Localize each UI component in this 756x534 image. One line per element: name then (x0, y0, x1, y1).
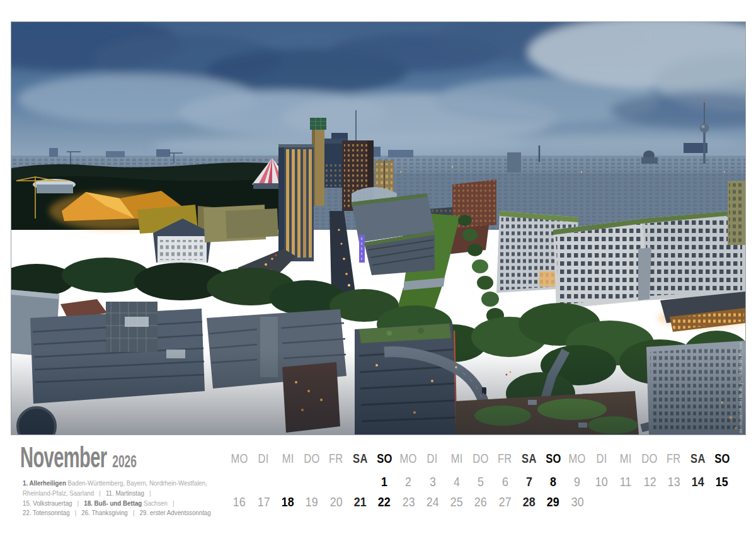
day-14: 14 (686, 466, 710, 489)
day-3: 3 (420, 466, 444, 489)
holiday-notes: 1. Allerheiligen Baden-Württemberg, Baye… (23, 478, 211, 518)
day-header-sa-1: SA (517, 450, 541, 466)
day-7: 7 (517, 466, 541, 489)
day-5: 5 (469, 466, 493, 489)
month-title: November (20, 440, 107, 474)
holiday-segment: | (70, 508, 82, 516)
day-6: 6 (493, 466, 517, 489)
empty-cell (686, 489, 710, 509)
day-11: 11 (614, 466, 638, 489)
holiday-segment: Baden-Württemberg, Bayern, Nordrhein-Wes… (68, 479, 207, 487)
day-header-mi-2: MI (614, 450, 638, 466)
day-header-so-2: SO (710, 450, 734, 466)
day-1: 1 (372, 466, 396, 489)
empty-cell (251, 466, 275, 489)
bottom-vignette (11, 349, 745, 435)
day-header-sa-2: SA (686, 450, 710, 466)
holiday-line: Rheinland-Pfalz, Saarland | 11. Martinst… (23, 488, 211, 498)
empty-cell (300, 466, 324, 489)
day-10: 10 (589, 466, 613, 489)
day-24: 24 (420, 489, 444, 509)
day-27: 27 (493, 489, 517, 509)
empty-cell (227, 466, 251, 489)
day-12: 12 (638, 466, 662, 489)
empty-cell (638, 489, 662, 509)
holiday-segment: 22. Totensonntag (23, 508, 70, 516)
day-header-di-1: DI (420, 450, 444, 466)
empty-cell (662, 489, 685, 509)
calendar-page: aeronauten-berlin.de | © Marcus Fehse No… (0, 0, 756, 534)
day-29: 29 (541, 489, 565, 509)
day-18: 18 (276, 489, 300, 509)
empty-cell (589, 489, 613, 509)
berlin-skyline-illustration (11, 22, 745, 435)
day-16: 16 (227, 489, 251, 509)
day-25: 25 (445, 489, 469, 509)
day-header-so-0: SO (372, 450, 396, 466)
day-header-sa-0: SA (348, 450, 372, 466)
holiday-segment: 26. Thanksgiving (81, 508, 127, 516)
day-4: 4 (445, 466, 469, 489)
day-header-do-2: DO (638, 450, 662, 466)
holiday-segment: 29. erster Adventssonntag (140, 508, 211, 516)
day-22: 22 (372, 489, 396, 509)
day-15: 15 (710, 466, 734, 489)
photo-credit: aeronauten-berlin.de | © Marcus Fehse (738, 339, 743, 433)
holiday-segment: | (72, 499, 84, 507)
empty-cell (348, 466, 372, 489)
day-header-fr-1: FR (493, 450, 517, 466)
day-header-mo-0: MO (227, 450, 251, 466)
amber-tower (278, 144, 314, 261)
calendar-grid: MODIMIDOFRSASOMODIMIDOFRSASOMODIMIDOFRSA… (227, 450, 734, 509)
day-30: 30 (565, 489, 589, 509)
title-block: November2026 (20, 440, 137, 474)
day-13: 13 (662, 466, 685, 489)
year-title: 2026 (112, 452, 137, 471)
day-header-mo-1: MO (396, 450, 420, 466)
holiday-segment: | (128, 508, 140, 516)
holiday-segment: Rheinland-Pfalz, Saarland (23, 489, 94, 497)
day-header-so-1: SO (541, 450, 565, 466)
day-header-mi-1: MI (445, 450, 469, 466)
day-header-do-0: DO (300, 450, 324, 466)
empty-cell (276, 466, 300, 489)
holiday-line: 1. Allerheiligen Baden-Württemberg, Baye… (23, 478, 211, 488)
day-28: 28 (517, 489, 541, 509)
day-21: 21 (348, 489, 372, 509)
sky (11, 22, 745, 167)
day-20: 20 (324, 489, 348, 509)
holiday-segment: | (168, 499, 175, 507)
day-header-fr-2: FR (662, 450, 685, 466)
photo-berlin-skyline-dusk: aeronauten-berlin.de | © Marcus Fehse (11, 22, 745, 435)
empty-cell (324, 466, 348, 489)
holiday-segment: 1. Allerheiligen (23, 479, 68, 487)
holiday-line: 22. Totensonntag | 26. Thanksgiving | 29… (23, 508, 211, 518)
holiday-segment: | (144, 489, 151, 497)
day-26: 26 (469, 489, 493, 509)
holiday-segment: Sachsen (144, 499, 168, 507)
day-9: 9 (565, 466, 589, 489)
holiday-segment: 11. Martinstag (106, 489, 144, 497)
day-header-mo-2: MO (565, 450, 589, 466)
day-header-di-2: DI (589, 450, 613, 466)
day-header-fr-0: FR (324, 450, 348, 466)
holiday-segment: 15. Volkstrauertag (23, 499, 72, 507)
empty-cell (710, 489, 734, 509)
day-2: 2 (396, 466, 420, 489)
empty-cell (614, 489, 638, 509)
holiday-segment: 18. Buß- und Bettag (84, 499, 144, 507)
day-19: 19 (300, 489, 324, 509)
holiday-segment: | (94, 489, 106, 497)
day-header-di-0: DI (251, 450, 275, 466)
day-header-mi-0: MI (276, 450, 300, 466)
holiday-line: 15. Volkstrauertag | 18. Buß- und Bettag… (23, 498, 211, 508)
day-23: 23 (396, 489, 420, 509)
day-header-do-1: DO (469, 450, 493, 466)
day-8: 8 (541, 466, 565, 489)
day-17: 17 (251, 489, 275, 509)
